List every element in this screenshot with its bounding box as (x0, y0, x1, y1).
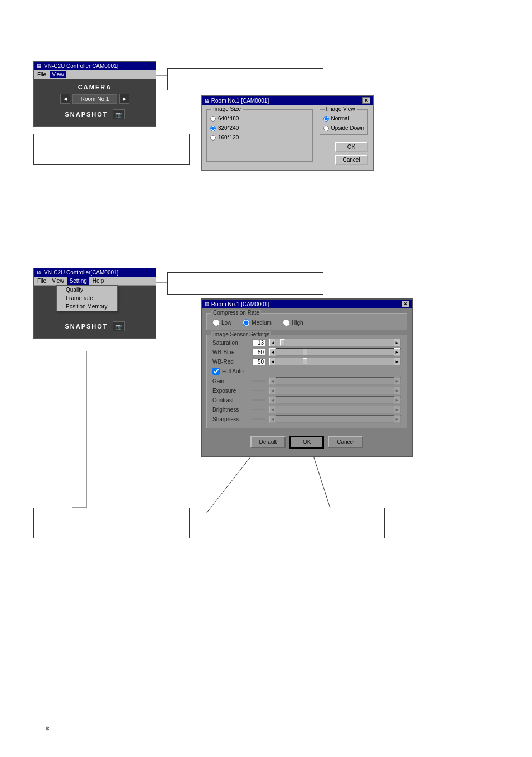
controller-window-bottom: 🖥 VN-C2U Controller[CAM0001] File View S… (33, 268, 156, 339)
sharpness-right-arrow: ► (394, 415, 400, 423)
menu-file-bottom[interactable]: File (35, 277, 49, 285)
quality-dialog-buttons: Default OK Cancel (206, 433, 407, 451)
size-160-radio[interactable] (210, 135, 216, 141)
sharpness-value (252, 418, 265, 420)
menu-setting-bottom[interactable]: Setting (67, 277, 89, 285)
explain-box-bottom-right (229, 508, 385, 538)
dialog-close-bottom[interactable]: ✕ (402, 301, 409, 307)
view-upsidedown-item[interactable]: Upside Down (323, 125, 364, 131)
sensor-row-contrast: Contrast ◄ ► (212, 396, 401, 404)
sharpness-left-arrow: ◄ (269, 415, 276, 423)
image-sensor-label: Image Sensor Settings (211, 331, 271, 337)
wb-blue-thumb[interactable] (303, 349, 307, 355)
compression-medium-radio[interactable] (243, 319, 250, 326)
snapshot-icon-bottom[interactable]: 📷 (113, 321, 125, 331)
size-160-item[interactable]: 160*120 (210, 134, 309, 141)
controller-icon-bottom: 🖥 (36, 269, 42, 276)
exposure-left-arrow: ◄ (269, 387, 276, 394)
dialog-title-text-top: 🖥 Room No.1 [CAM0001] (204, 98, 269, 104)
saturation-left-arrow[interactable]: ◄ (269, 339, 276, 346)
dialog-icon-bottom: 🖥 (204, 301, 210, 307)
compression-low-radio[interactable] (212, 319, 220, 326)
callout-bottom-right (167, 272, 323, 295)
dialog-title-bottom: 🖥 Room No.1 [CAM0001] ✕ (202, 300, 412, 308)
quality-dialog-body: Compression Rate Low Medium High Image S… (202, 308, 412, 456)
size-640-radio[interactable] (210, 116, 216, 122)
setting-menu-popup: Quality Frame rate Position Memory (56, 285, 118, 311)
controller-window-top: 🖥 VN-C2U Controller[CAM0001] File View C… (33, 61, 156, 127)
compression-radios: Low Medium High (212, 317, 401, 326)
view-upsidedown-radio[interactable] (323, 126, 329, 131)
snapshot-row-bottom: SNAPSHOT 📷 (38, 319, 151, 334)
brightness-value (252, 409, 265, 410)
note-text: ※ (45, 725, 50, 732)
size-320-radio[interactable] (210, 126, 216, 131)
compression-low[interactable]: Low (212, 319, 231, 326)
menu-view-top[interactable]: View (50, 71, 66, 78)
size-320-item[interactable]: 320*240 (210, 125, 309, 131)
image-view-label: Image View (325, 106, 357, 112)
exposure-right-arrow: ► (394, 387, 400, 394)
exposure-value (252, 390, 265, 391)
sensor-row-gain: Gain ◄ ► (212, 377, 401, 385)
wb-red-right-arrow[interactable]: ► (394, 358, 400, 365)
wb-red-value: 50 (252, 358, 265, 365)
dialog-close-top[interactable]: ✕ (362, 97, 370, 104)
contrast-slider: ◄ ► (269, 396, 401, 404)
explain-box-bottom-left (33, 508, 190, 538)
view-normal-radio[interactable] (323, 116, 329, 122)
explain-box-top (33, 134, 190, 165)
room-dialog-bottom: 🖥 Room No.1 [CAM0001] ✕ Compression Rate… (201, 298, 413, 457)
wb-red-left-arrow[interactable]: ◄ (269, 358, 276, 365)
wb-red-label: WB-Red (212, 359, 249, 365)
wb-blue-slider[interactable]: ◄ ► (269, 348, 401, 356)
cancel-btn-top[interactable]: Cancel (335, 155, 368, 165)
ok-btn-bottom[interactable]: OK (290, 436, 323, 448)
full-auto-checkbox[interactable] (212, 368, 220, 375)
saturation-right-arrow[interactable]: ► (394, 339, 400, 346)
menubar-bottom: File View Setting Help (34, 277, 156, 286)
menu-help-bottom[interactable]: Help (90, 277, 107, 285)
controller-title-text-top: VN-C2U Controller[CAM0001] (44, 63, 118, 69)
exposure-label: Exposure (212, 388, 249, 394)
compression-medium[interactable]: Medium (243, 319, 272, 326)
sensor-row-saturation: Saturation 13 ◄ ► (212, 339, 401, 346)
sensor-row-wb-blue: WB-Blue 50 ◄ ► (212, 348, 401, 356)
sharpness-label: Sharpness (212, 416, 249, 422)
menu-item-framerate[interactable]: Frame rate (57, 294, 117, 302)
nav-next-btn-top[interactable]: ▶ (119, 94, 129, 104)
cancel-btn-bottom[interactable]: Cancel (328, 436, 363, 448)
compression-rate-label: Compression Rate (211, 310, 261, 316)
wb-blue-value: 50 (252, 349, 265, 356)
sensor-row-exposure: Exposure ◄ ► (212, 387, 401, 394)
menu-item-position-memory[interactable]: Position Memory (57, 302, 117, 311)
contrast-label: Contrast (212, 397, 249, 403)
view-normal-item[interactable]: Normal (323, 115, 364, 122)
compression-high-radio[interactable] (283, 319, 290, 326)
gain-value (252, 380, 265, 382)
wb-red-slider[interactable]: ◄ ► (269, 358, 401, 365)
wb-red-thumb[interactable] (303, 358, 307, 365)
menu-item-quality[interactable]: Quality (57, 286, 117, 294)
wb-blue-right-arrow[interactable]: ► (394, 348, 400, 356)
size-640-item[interactable]: 640*480 (210, 115, 309, 122)
image-size-radios: 640*480 320*240 160*120 (210, 113, 309, 141)
dialog-row-top: Image Size 640*480 320*240 160*120 (206, 109, 368, 165)
dialog-buttons-top: OK Cancel (320, 142, 368, 165)
saturation-thumb[interactable] (280, 339, 285, 346)
contrast-value (252, 399, 265, 401)
menubar-top: File View (34, 70, 156, 79)
image-size-group: Image Size 640*480 320*240 160*120 (206, 109, 313, 162)
image-size-label: Image Size (211, 106, 243, 112)
brightness-slider: ◄ ► (269, 406, 401, 413)
dialog-title-top: 🖥 Room No.1 [CAM0001] ✕ (202, 96, 373, 105)
wb-blue-left-arrow[interactable]: ◄ (269, 348, 276, 356)
menu-view-bottom[interactable]: View (50, 277, 66, 285)
snapshot-icon-top[interactable]: 📷 (113, 109, 125, 119)
default-btn[interactable]: Default (250, 436, 286, 448)
saturation-slider[interactable]: ◄ ► (269, 339, 401, 346)
ok-btn-top[interactable]: OK (335, 142, 368, 152)
nav-prev-btn-top[interactable]: ◀ (60, 94, 70, 104)
compression-high[interactable]: High (283, 319, 303, 326)
menu-file-top[interactable]: File (35, 71, 49, 78)
